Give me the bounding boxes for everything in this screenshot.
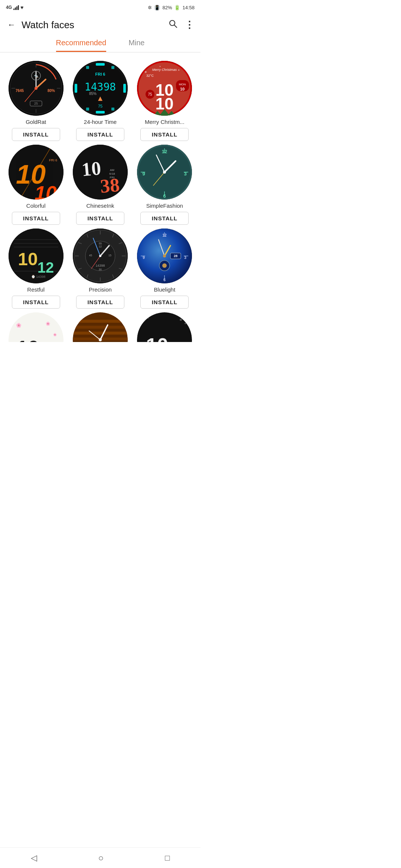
watch-name-24hour: 24-hour Time: [84, 119, 117, 125]
watch-name-bluelight: Bluelight: [154, 286, 176, 293]
svg-text:32°C: 32°C: [146, 74, 154, 78]
watch-item-goldrat: 🐀 7645 80% 25 GoldRat INSTALL: [5, 61, 66, 141]
install-button-simplefashion[interactable]: INSTALL: [140, 212, 189, 225]
svg-rect-25: [86, 66, 89, 69]
svg-text:FRI 6: FRI 6: [95, 72, 105, 76]
watch-item-precision: 55 12 15 30 45 14398 Precision INSTALL: [69, 228, 131, 309]
svg-rect-133: [73, 332, 128, 335]
svg-point-146: [184, 317, 185, 319]
heart-icon: ♥: [20, 4, 23, 10]
svg-text:45: 45: [89, 254, 92, 257]
svg-text:MON: MON: [179, 83, 186, 86]
svg-rect-26: [111, 108, 114, 111]
svg-text:12: 12: [99, 245, 102, 248]
svg-text:75: 75: [98, 104, 102, 108]
watch-name-restful: Restful: [27, 286, 45, 293]
more-options-icon[interactable]: ⋮: [185, 19, 195, 31]
svg-point-107: [99, 255, 101, 257]
watch-face-christmas[interactable]: ❄ ❄ ❄ Merry Christmas 32°C 10 10 MON 10 …: [137, 61, 192, 116]
svg-text:⌚ 14398: ⌚ 14398: [31, 274, 45, 279]
svg-rect-23: [123, 84, 126, 93]
status-bar: 4G ♥ ✲ 📳 82% 🔋 14:58: [0, 0, 200, 15]
watch-name-simplefashion: SimpleFashion: [146, 203, 183, 209]
svg-text:❄: ❄: [178, 69, 180, 71]
svg-text:3: 3: [184, 171, 187, 177]
watch-face-precision[interactable]: 55 12 15 30 45 14398: [73, 228, 128, 283]
install-button-24hour[interactable]: INSTALL: [76, 128, 124, 141]
tabs-container: Recommended Mine: [0, 39, 200, 53]
svg-point-147: [185, 323, 186, 324]
carrier-label: 4G: [6, 5, 12, 10]
svg-text:❄: ❄: [159, 65, 161, 68]
install-button-bluelight[interactable]: INSTALL: [140, 296, 189, 309]
svg-text:28: 28: [174, 254, 177, 258]
watch-item-bluelight: 12 3 6 9 28: [134, 228, 195, 309]
watch-face-colorful[interactable]: 10 10 FRI 6: [9, 145, 63, 200]
partial-item-stripe: [69, 312, 131, 342]
signal-bars: [13, 5, 19, 10]
svg-point-144: [147, 317, 149, 319]
install-button-christmas[interactable]: INSTALL: [140, 128, 189, 141]
install-button-precision[interactable]: INSTALL: [76, 296, 124, 309]
watch-face-24hour[interactable]: FRI 6 14398 85% 75: [73, 61, 128, 116]
watch-face-bluelight[interactable]: 12 3 6 9 28: [137, 228, 192, 283]
tab-mine[interactable]: Mine: [128, 39, 144, 52]
bluetooth-icon: ✲: [148, 5, 152, 10]
watch-item-24hour: FRI 6 14398 85% 75 24-hour Time INSTALL: [69, 61, 131, 141]
watch-name-goldrat: GoldRat: [26, 119, 46, 125]
watch-grid: 🐀 7645 80% 25 GoldRat INSTALL: [0, 54, 200, 312]
svg-text:6/18: 6/18: [109, 172, 115, 175]
svg-line-1: [175, 25, 177, 28]
install-button-colorful[interactable]: INSTALL: [12, 212, 60, 225]
svg-text:🌸: 🌸: [16, 322, 22, 328]
svg-text:15: 15: [108, 254, 111, 257]
svg-rect-24: [111, 66, 114, 69]
clock-time: 14:58: [182, 5, 195, 10]
top-nav: ← Watch faces ⋮: [0, 15, 200, 35]
svg-rect-20: [96, 63, 105, 66]
svg-text:🌸: 🌸: [53, 333, 57, 336]
watch-face-restful[interactable]: 10 12 ⌚ 14398: [9, 228, 63, 283]
install-button-goldrat[interactable]: INSTALL: [12, 128, 60, 141]
svg-point-143: [143, 319, 146, 321]
watch-name-christmas: Merry Christm...: [145, 119, 185, 125]
status-right: ✲ 📳 82% 🔋 14:58: [148, 5, 195, 10]
battery-icon: 🔋: [174, 5, 180, 10]
svg-point-120: [162, 263, 167, 268]
svg-text:75: 75: [148, 92, 153, 96]
svg-text:10: 10: [35, 182, 57, 200]
svg-text:10: 10: [18, 249, 38, 269]
svg-text:55: 55: [99, 242, 102, 245]
watch-name-chineseink: ChineseInk: [86, 203, 114, 209]
vibrate-icon: 📳: [154, 5, 160, 10]
svg-text:Merry Christmas: Merry Christmas: [152, 68, 177, 72]
install-button-restful[interactable]: INSTALL: [12, 296, 60, 309]
back-button[interactable]: ←: [6, 19, 17, 31]
watch-face-chineseink[interactable]: 10 38 AM 6/18 FRI: [73, 145, 128, 200]
partial-row: 10 10 🌸 🌸 🌸: [0, 312, 200, 372]
tab-recommended[interactable]: Recommended: [56, 39, 107, 52]
svg-text:85%: 85%: [89, 92, 97, 96]
svg-text:AM: AM: [110, 168, 114, 172]
battery-percent: 82%: [162, 5, 172, 10]
svg-text:FRI 6: FRI 6: [49, 158, 57, 162]
watch-item-colorful: 10 10 FRI 6 Colorful INSTALL: [5, 145, 66, 225]
svg-text:🌸: 🌸: [46, 321, 50, 326]
svg-text:10: 10: [180, 87, 185, 91]
install-button-chineseink[interactable]: INSTALL: [76, 212, 124, 225]
watch-face-goldrat[interactable]: 🐀 7645 80% 25: [9, 61, 63, 116]
watch-item-chineseink: 10 38 AM 6/18 FRI ChineseInk INSTALL: [69, 145, 131, 225]
watch-face-simplefashion[interactable]: 12 3 6 9: [137, 145, 192, 200]
svg-rect-131: [73, 320, 128, 323]
svg-text:9: 9: [143, 171, 145, 177]
svg-text:10: 10: [81, 157, 102, 180]
svg-point-11: [35, 87, 38, 90]
partial-item-darkorange2: 10 42: [134, 312, 195, 342]
svg-text:30: 30: [99, 268, 102, 271]
svg-text:7645: 7645: [16, 89, 24, 93]
svg-text:10: 10: [17, 336, 39, 342]
search-icon[interactable]: [168, 19, 178, 31]
svg-text:❄: ❄: [144, 70, 147, 74]
nav-icons: ⋮: [168, 19, 195, 31]
status-left: 4G ♥: [6, 4, 23, 10]
